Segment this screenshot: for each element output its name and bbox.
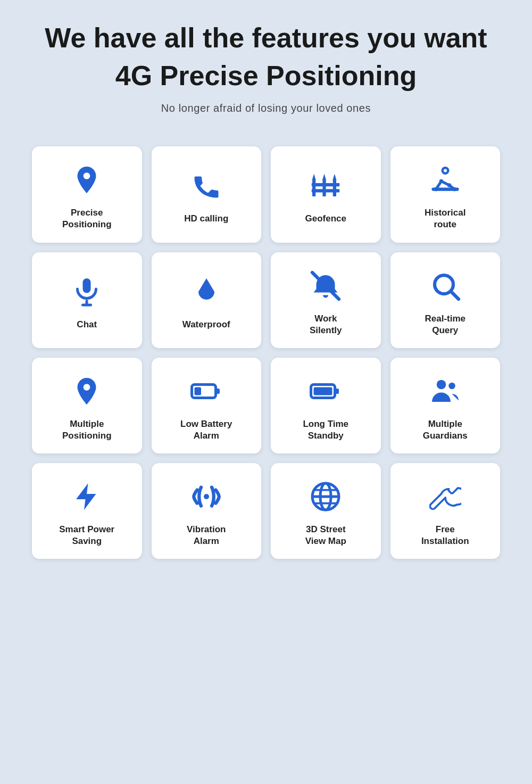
svg-point-15	[439, 179, 444, 184]
location-pin2-icon	[68, 373, 105, 410]
card-label-multiple-positioning: Multiple Positioning	[62, 418, 112, 442]
svg-marker-5	[332, 174, 337, 181]
lightning-icon	[68, 478, 105, 515]
svg-rect-0	[312, 180, 315, 196]
header-line1: We have all the features you want	[45, 21, 487, 54]
features-grid: Precise PositioningHD calling Geofence	[32, 146, 500, 559]
card-free-installation: Free Installation	[390, 463, 501, 559]
card-label-smart-power-saving: Smart Power Saving	[59, 524, 114, 547]
svg-point-16	[447, 184, 452, 188]
card-multiple-guardians: Multiple Guardians	[390, 358, 501, 453]
svg-rect-18	[83, 278, 91, 293]
card-label-work-silently: Work Silently	[310, 313, 342, 336]
svg-rect-7	[312, 189, 340, 193]
card-label-hd-calling: HD calling	[184, 213, 228, 225]
card-realtime-query: Real-time Query	[390, 252, 501, 348]
header-line2: 4G Precise Positioning	[45, 60, 487, 92]
battery-full-icon	[307, 373, 344, 410]
route-icon	[427, 161, 464, 199]
header-subtitle: No longer afraid of losing your loved on…	[45, 102, 487, 114]
svg-point-17	[453, 187, 457, 192]
globe-icon	[307, 478, 344, 515]
microphone-icon	[68, 273, 105, 310]
svg-point-9	[444, 169, 447, 172]
card-label-low-battery-alarm: Low Battery Alarm	[180, 418, 232, 442]
svg-point-33	[204, 494, 209, 499]
card-label-historical-route: Historical route	[425, 207, 466, 230]
card-label-vibration-alarm: Vibration Alarm	[187, 524, 226, 547]
wrench-icon	[427, 478, 464, 515]
card-label-3d-street-view: 3D Street View Map	[305, 524, 346, 547]
location-pin-icon	[68, 161, 105, 199]
page-header: We have all the features you want 4G Pre…	[45, 21, 487, 114]
card-label-chat: Chat	[77, 319, 97, 331]
card-label-waterproof: Waterproof	[182, 319, 230, 331]
card-label-multiple-guardians: Multiple Guardians	[423, 418, 468, 442]
phone-icon	[188, 167, 225, 204]
card-hd-calling: HD calling	[152, 146, 262, 242]
svg-point-31	[437, 380, 446, 390]
card-vibration-alarm: Vibration Alarm	[152, 463, 262, 559]
card-label-precise-positioning: Precise Positioning	[62, 207, 112, 230]
vibration-icon	[188, 478, 225, 515]
card-long-time-standby: Long Time Standby	[271, 358, 381, 453]
svg-point-32	[448, 383, 455, 390]
svg-marker-4	[322, 174, 327, 181]
svg-rect-27	[194, 387, 201, 395]
svg-rect-1	[323, 180, 326, 196]
card-chat: Chat	[32, 252, 142, 348]
fence-icon	[307, 167, 344, 204]
card-precise-positioning: Precise Positioning	[32, 146, 142, 242]
search-icon	[427, 267, 464, 304]
card-label-realtime-query: Real-time Query	[425, 313, 466, 336]
card-work-silently: Work Silently	[271, 252, 381, 348]
svg-point-14	[434, 187, 438, 192]
svg-rect-26	[215, 389, 220, 394]
card-label-free-installation: Free Installation	[421, 524, 469, 547]
card-label-geofence: Geofence	[305, 213, 346, 225]
card-low-battery-alarm: Low Battery Alarm	[152, 358, 262, 453]
card-historical-route: Historical route	[390, 146, 501, 242]
svg-rect-2	[333, 180, 336, 196]
water-drop-icon	[188, 273, 225, 310]
battery-low-icon	[188, 373, 225, 410]
card-smart-power-saving: Smart Power Saving	[32, 463, 142, 559]
bell-muted-icon	[307, 267, 344, 304]
card-label-long-time-standby: Long Time Standby	[303, 418, 348, 442]
svg-rect-30	[314, 387, 332, 395]
svg-rect-29	[335, 389, 339, 394]
svg-rect-6	[312, 183, 340, 186]
card-geofence: Geofence	[271, 146, 381, 242]
svg-marker-3	[312, 174, 317, 181]
guardians-icon	[427, 373, 464, 410]
card-3d-street-view: 3D Street View Map	[271, 463, 381, 559]
card-multiple-positioning: Multiple Positioning	[32, 358, 142, 453]
card-waterproof: Waterproof	[152, 252, 262, 348]
svg-line-24	[451, 292, 459, 299]
